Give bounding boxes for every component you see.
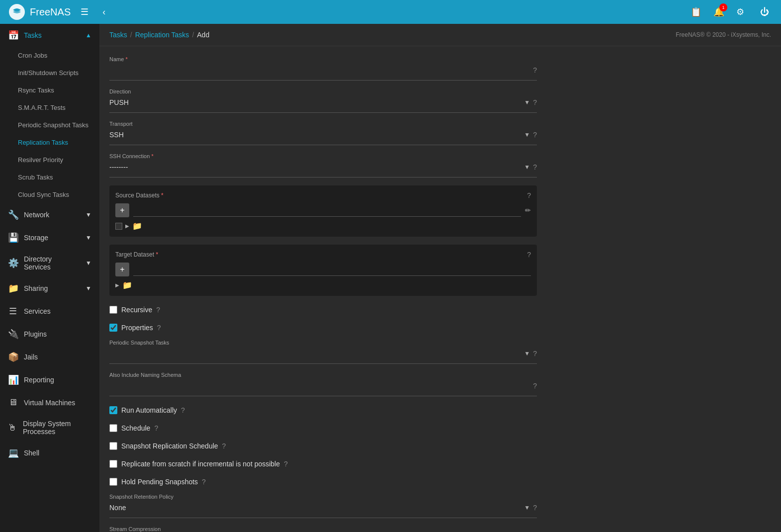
breadcrumb-sep-1: / (130, 31, 132, 39)
replicate-from-scratch-help-icon[interactable]: ? (284, 460, 288, 468)
snapshot-replication-schedule-checkbox[interactable] (109, 442, 117, 450)
hold-pending-help-icon[interactable]: ? (202, 478, 206, 486)
sidebar-item-resilver-priority[interactable]: Resilver Priority (0, 151, 99, 169)
vm-icon: 🖥 (8, 397, 18, 408)
tasks-icon: 📅 (8, 30, 18, 41)
sidebar-item-rsync-tasks[interactable]: Rsync Tasks (0, 82, 99, 99)
breadcrumb-replication-tasks[interactable]: Replication Tasks (135, 31, 189, 39)
name-input[interactable] (109, 64, 533, 76)
properties-label: Properties (121, 324, 153, 332)
breadcrumb-tasks[interactable]: Tasks (109, 31, 127, 39)
sidebar-item-storage[interactable]: 💾 Storage ▼ (0, 226, 99, 249)
notifications-button[interactable]: 🔔 1 (713, 6, 724, 17)
source-folder-checkbox[interactable] (115, 223, 122, 230)
ssh-connection-field-row: -------- ▼ ? (109, 161, 537, 173)
sidebar-item-reporting[interactable]: 📊 Reporting (0, 368, 99, 391)
sidebar-item-cron-jobs[interactable]: Cron Jobs (0, 47, 99, 64)
source-dataset-input[interactable] (133, 204, 521, 217)
sidebar-item-scrub-tasks[interactable]: Scrub Tasks (0, 169, 99, 186)
direction-help-icon[interactable]: ? (533, 98, 537, 106)
run-automatically-help-icon[interactable]: ? (181, 406, 185, 414)
recursive-label: Recursive (121, 306, 152, 314)
sidebar-item-smart-tests[interactable]: S.M.A.R.T. Tests (0, 99, 99, 116)
transport-field: Transport SSH SSH+NETCAT LOCAL ▼ ? (109, 121, 537, 145)
ssh-connection-icons: ▼ ? (524, 163, 537, 171)
sidebar-item-jails[interactable]: 📦 Jails (0, 346, 99, 368)
ssh-connection-label: SSH Connection * (109, 153, 537, 159)
back-button[interactable]: ‹ (98, 5, 109, 19)
run-automatically-checkbox[interactable] (109, 406, 117, 414)
direction-select[interactable]: PUSH PULL (109, 96, 524, 108)
schedule-help-icon[interactable]: ? (154, 424, 158, 432)
schedule-checkbox[interactable] (109, 424, 117, 432)
name-help-icon[interactable]: ? (533, 66, 537, 74)
retention-policy-select[interactable]: None Same as Source Custom (109, 502, 524, 514)
recursive-help-icon[interactable]: ? (156, 306, 160, 314)
display-processes-icon: 🖱 (8, 423, 17, 433)
retention-policy-field: Snapshot Retention Policy None Same as S… (109, 494, 537, 518)
naming-schema-input[interactable] (109, 380, 533, 392)
source-required: * (161, 192, 164, 199)
source-datasets-header: Source Datasets * ? (115, 191, 531, 199)
breadcrumb: Tasks / Replication Tasks / Add (109, 31, 209, 39)
sidebar-item-sharing[interactable]: 📁 Sharing ▼ (0, 277, 99, 300)
sidebar-item-directory-services-label: Directory Services (24, 255, 80, 271)
target-dataset-input[interactable] (133, 264, 531, 276)
transport-select[interactable]: SSH SSH+NETCAT LOCAL (109, 129, 524, 141)
sidebar-item-replication-tasks[interactable]: Replication Tasks (0, 134, 99, 151)
replicate-from-scratch-checkbox[interactable] (109, 460, 117, 468)
target-dataset-help-icon[interactable]: ? (527, 251, 531, 259)
power-icon-button[interactable]: ⏻ (756, 5, 773, 19)
sidebar-item-plugins[interactable]: 🔌 Plugins (0, 323, 99, 346)
target-dataset-box: Target Dataset * ? + ▶ 📁 (109, 245, 537, 296)
source-edit-icon[interactable]: ✏ (525, 206, 531, 214)
sidebar-item-display-system-processes-label: Display System Processes (23, 420, 91, 436)
properties-row: Properties ? (109, 322, 537, 334)
settings-icon-button[interactable]: ⚙ (732, 4, 748, 19)
menu-toggle-button[interactable]: ☰ (77, 4, 92, 19)
snapshot-replication-schedule-row: Snapshot Replication Schedule ? (109, 440, 537, 452)
hold-pending-checkbox[interactable] (109, 478, 117, 486)
directory-services-arrow-icon: ▼ (86, 260, 91, 266)
target-add-button[interactable]: + (115, 263, 129, 276)
ssh-help-icon[interactable]: ? (533, 163, 537, 171)
ssh-connection-select[interactable]: -------- (109, 161, 524, 173)
snapshot-replication-schedule-help-icon[interactable]: ? (222, 442, 226, 450)
source-add-button[interactable]: + (115, 203, 129, 217)
sidebar-item-periodic-snapshot[interactable]: Periodic Snapshot Tasks (0, 116, 99, 134)
periodic-snapshot-label: Periodic Snapshot Tasks (109, 340, 537, 346)
properties-checkbox[interactable] (109, 324, 117, 332)
reporting-icon: 📊 (8, 374, 18, 385)
transport-help-icon[interactable]: ? (533, 131, 537, 139)
sidebar-item-init-shutdown[interactable]: Init/Shutdown Scripts (0, 64, 99, 82)
sidebar-item-jails-label: Jails (24, 353, 38, 361)
sidebar-item-services-label: Services (24, 307, 51, 315)
sidebar-item-shell[interactable]: 💻 Shell (0, 442, 99, 464)
tasks-arrow-icon: ▲ (86, 32, 91, 39)
sidebar-item-virtual-machines[interactable]: 🖥 Virtual Machines (0, 391, 99, 414)
target-required: * (156, 251, 158, 258)
periodic-snapshot-help-icon[interactable]: ? (533, 350, 537, 357)
breadcrumb-bar: Tasks / Replication Tasks / Add FreeNAS®… (99, 24, 781, 46)
periodic-snapshot-select[interactable] (109, 348, 524, 359)
source-folder-icon: 📁 (132, 221, 142, 231)
naming-schema-help-icon[interactable]: ? (533, 382, 537, 390)
sidebar-item-tasks[interactable]: 📅 Tasks ▲ (0, 24, 99, 47)
source-tree-arrow-icon: ▶ (125, 223, 129, 229)
transport-field-row: SSH SSH+NETCAT LOCAL ▼ ? (109, 129, 537, 141)
sidebar-item-cloud-sync-tasks[interactable]: Cloud Sync Tasks (0, 186, 99, 203)
sidebar-item-services[interactable]: ☰ Services (0, 300, 99, 323)
sidebar-item-display-system-processes[interactable]: 🖱 Display System Processes (0, 414, 99, 442)
stream-compression-field: Stream Compression Disabled lz4 pigz plz… (109, 526, 537, 532)
retention-policy-help-icon[interactable]: ? (533, 504, 537, 512)
recursive-checkbox[interactable] (109, 306, 117, 314)
properties-help-icon[interactable]: ? (157, 324, 161, 332)
sidebar-item-plugins-label: Plugins (24, 330, 47, 338)
sidebar-item-reporting-label: Reporting (24, 376, 54, 384)
source-datasets-help-icon[interactable]: ? (527, 191, 531, 199)
sidebar-item-network[interactable]: 🔧 Network ▼ (0, 203, 99, 226)
sidebar-item-directory-services[interactable]: ⚙️ Directory Services ▼ (0, 249, 99, 277)
jails-icon: 📦 (8, 352, 18, 362)
ssh-required: * (151, 153, 153, 159)
tasks-icon-button[interactable]: 📋 (687, 4, 705, 19)
